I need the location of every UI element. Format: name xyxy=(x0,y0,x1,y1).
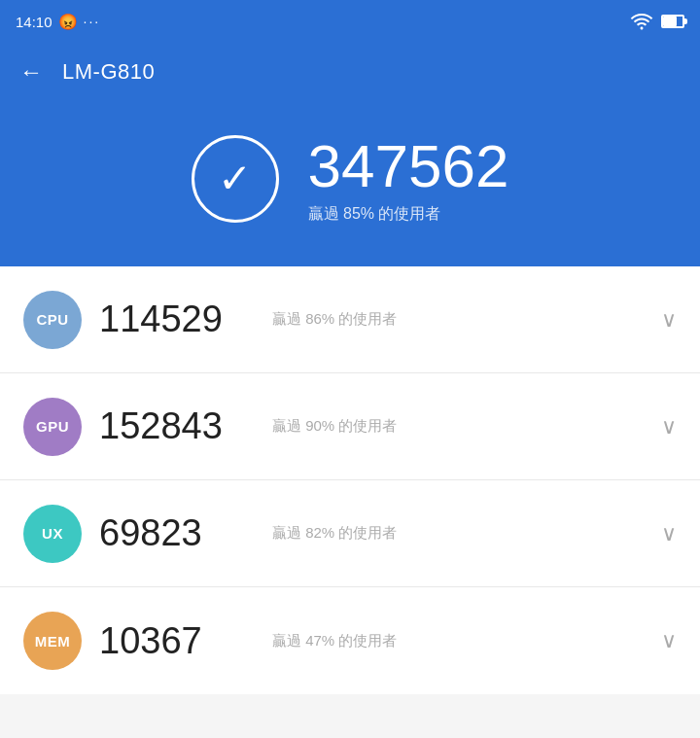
battery-fill xyxy=(663,17,677,26)
ux-desc: 贏過 82% 的使用者 xyxy=(272,524,644,543)
status-left: 14:10 😡 ··· xyxy=(16,13,100,31)
header-title: LM-G810 xyxy=(62,59,155,85)
score-subtitle: 贏過 85% 的使用者 xyxy=(308,204,441,225)
metric-item-gpu[interactable]: GPU 152843 贏過 90% 的使用者 ∨ xyxy=(0,373,700,480)
ux-chevron-icon[interactable]: ∨ xyxy=(661,521,677,546)
ux-score: 69823 xyxy=(99,512,255,554)
mem-desc: 贏過 47% 的使用者 xyxy=(272,632,644,650)
mem-chevron-icon[interactable]: ∨ xyxy=(661,628,677,653)
cpu-chevron-icon[interactable]: ∨ xyxy=(661,307,677,333)
cpu-desc: 贏過 86% 的使用者 xyxy=(272,310,644,329)
gpu-badge: GPU xyxy=(23,398,82,456)
header: ← LM-G810 xyxy=(0,43,700,101)
total-score: 347562 xyxy=(308,133,509,199)
mem-badge: MEM xyxy=(23,612,82,670)
score-section: ✓ 347562 贏過 85% 的使用者 xyxy=(0,101,700,266)
check-icon: ✓ xyxy=(218,158,252,199)
status-bar: 14:10 😡 ··· xyxy=(0,0,700,43)
gpu-chevron-icon[interactable]: ∨ xyxy=(661,414,677,439)
gpu-desc: 贏過 90% 的使用者 xyxy=(272,417,644,436)
score-info: 347562 贏過 85% 的使用者 xyxy=(308,133,509,224)
mem-score: 10367 xyxy=(99,620,255,662)
metrics-list: CPU 114529 贏過 86% 的使用者 ∨ GPU 152843 贏過 9… xyxy=(0,266,700,694)
check-circle: ✓ xyxy=(192,135,279,223)
metric-item-cpu[interactable]: CPU 114529 贏過 86% 的使用者 ∨ xyxy=(0,266,700,373)
status-emoji: 😡 xyxy=(58,13,78,31)
status-right xyxy=(630,13,684,30)
ux-badge: UX xyxy=(23,505,82,563)
wifi-icon xyxy=(630,13,653,30)
metric-item-mem[interactable]: MEM 10367 贏過 47% 的使用者 ∨ xyxy=(0,587,700,694)
back-button[interactable]: ← xyxy=(19,58,43,86)
metric-item-ux[interactable]: UX 69823 贏過 82% 的使用者 ∨ xyxy=(0,480,700,587)
cpu-score: 114529 xyxy=(99,299,255,340)
status-dots: ··· xyxy=(84,14,101,29)
gpu-score: 152843 xyxy=(99,405,255,447)
cpu-badge: CPU xyxy=(23,291,82,349)
status-time: 14:10 xyxy=(16,14,52,30)
battery-icon xyxy=(661,15,684,28)
